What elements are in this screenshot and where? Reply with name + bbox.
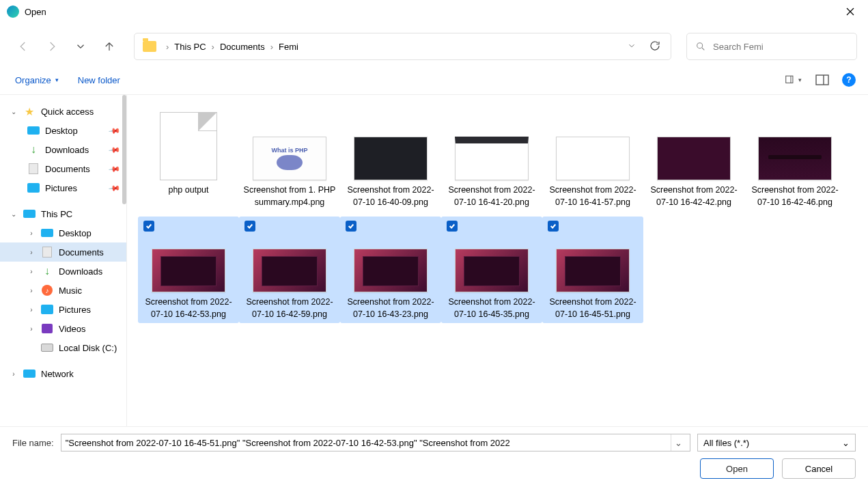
- download-icon: ↓: [41, 265, 53, 277]
- sidebar-item-label: Pictures: [45, 183, 77, 193]
- filename-label: File name:: [12, 438, 54, 448]
- sidebar-pc-downloads[interactable]: › ↓ Downloads: [0, 262, 126, 281]
- file-label: Screenshot from 2022-07-10 16-43-23.png: [343, 296, 438, 320]
- sidebar-item-label: This PC: [41, 209, 72, 219]
- nav-row: › This PC › Documents › Femi: [0, 23, 868, 70]
- sidebar-item-label: Videos: [59, 324, 86, 334]
- search-input[interactable]: [713, 42, 848, 52]
- crumb-thispc[interactable]: This PC: [171, 38, 208, 56]
- file-label: Screenshot from 2022-07-10 16-41-57.png: [545, 184, 641, 208]
- sidebar-pc-documents[interactable]: › Documents: [0, 242, 126, 262]
- file-type-filter[interactable]: All files (*.*) ⌄: [697, 434, 856, 451]
- sidebar-network[interactable]: › Network: [0, 364, 126, 383]
- refresh-button[interactable]: [646, 40, 664, 54]
- checkbox-icon[interactable]: [548, 221, 559, 232]
- close-button[interactable]: [835, 1, 865, 22]
- sidebar-item-label: Downloads: [45, 145, 89, 155]
- sidebar-thispc[interactable]: ⌄ This PC: [0, 204, 126, 223]
- desktop-icon: [27, 126, 40, 135]
- address-bar[interactable]: › This PC › Documents › Femi: [134, 33, 671, 60]
- view-mode-button[interactable]: ▾: [785, 72, 802, 87]
- file-item[interactable]: Screenshot from 2022-07-10 16-41-57.png: [542, 105, 643, 211]
- file-item[interactable]: Screenshot from 2022-07-10 16-40-09.png: [340, 105, 441, 211]
- filename-input[interactable]: ⌄: [61, 434, 690, 451]
- file-grid[interactable]: php output What is PHP Screenshot from 1…: [127, 95, 868, 426]
- sidebar-item-label: Network: [41, 369, 74, 379]
- file-label: Screenshot from 2022-07-10 16-45-51.png: [545, 296, 641, 320]
- sidebar-pictures[interactable]: Pictures 📌: [0, 178, 126, 197]
- sidebar-item-label: Music: [59, 286, 82, 296]
- filter-label: All files (*.*): [703, 438, 749, 448]
- recent-dropdown[interactable]: [68, 34, 93, 59]
- crumb-femi[interactable]: Femi: [276, 38, 301, 56]
- network-icon: [23, 370, 36, 378]
- file-item[interactable]: Screenshot from 2022-07-10 16-45-51.png: [542, 217, 643, 323]
- filename-field[interactable]: [66, 438, 671, 448]
- help-button[interactable]: ?: [842, 73, 856, 87]
- chevron-right-icon: ›: [10, 370, 18, 378]
- sidebar-pc-music[interactable]: › ♪ Music: [0, 281, 126, 300]
- search-box[interactable]: [686, 33, 857, 60]
- new-folder-button[interactable]: New folder: [78, 75, 120, 85]
- file-item[interactable]: Screenshot from 2022-07-10 16-42-42.png: [643, 105, 744, 211]
- chevron-right-icon: ›: [27, 325, 36, 333]
- file-icon: [160, 112, 217, 180]
- image-thumbnail: [354, 137, 428, 180]
- organize-menu[interactable]: Organize▾: [15, 75, 59, 85]
- music-icon: ♪: [42, 285, 53, 296]
- pin-icon: 📌: [108, 163, 121, 176]
- checkbox-icon[interactable]: [346, 221, 356, 232]
- pictures-icon: [41, 305, 53, 314]
- file-item[interactable]: Screenshot from 2022-07-10 16-42-59.png: [239, 217, 340, 323]
- window-title: Open: [25, 7, 46, 17]
- folder-icon: [143, 41, 156, 52]
- sidebar-item-label: Pictures: [59, 305, 91, 315]
- pictures-icon: [27, 183, 40, 193]
- cancel-button[interactable]: Cancel: [782, 458, 856, 479]
- image-thumbnail: What is PHP: [253, 137, 326, 180]
- sidebar-item-label: Documents: [45, 164, 90, 174]
- sidebar-pc-localdisk[interactable]: › Local Disk (C:): [0, 338, 126, 357]
- up-button[interactable]: [97, 34, 122, 59]
- open-button[interactable]: Open: [700, 458, 774, 479]
- file-item[interactable]: Screenshot from 2022-07-10 16-42-53.png: [138, 217, 239, 323]
- back-button[interactable]: [11, 34, 36, 59]
- address-dropdown[interactable]: [617, 41, 646, 53]
- image-thumbnail: [455, 137, 529, 180]
- file-item[interactable]: Screenshot from 2022-07-10 16-45-35.png: [441, 217, 542, 323]
- videos-icon: [42, 324, 53, 333]
- crumb-documents[interactable]: Documents: [217, 38, 268, 56]
- preview-pane-button[interactable]: [813, 72, 831, 87]
- file-label: Screenshot from 2022-07-10 16-41-20.png: [444, 184, 540, 208]
- sidebar-pc-pictures[interactable]: › Pictures: [0, 300, 126, 319]
- svg-rect-1: [786, 76, 793, 83]
- sidebar-item-label: Desktop: [59, 228, 92, 238]
- file-item[interactable]: Screenshot from 2022-07-10 16-41-20.png: [441, 105, 542, 211]
- image-thumbnail: [758, 137, 832, 180]
- sidebar-downloads[interactable]: ↓ Downloads 📌: [0, 140, 126, 159]
- sidebar-pc-desktop[interactable]: › Desktop: [0, 223, 126, 242]
- sidebar-quickaccess[interactable]: ⌄ ★ Quick access: [0, 102, 126, 121]
- image-thumbnail: [455, 249, 529, 292]
- file-item[interactable]: Screenshot from 2022-07-10 16-42-46.png: [744, 105, 845, 211]
- checkbox-icon[interactable]: [143, 221, 154, 232]
- image-thumbnail: [152, 249, 225, 292]
- checkbox-icon[interactable]: [447, 221, 458, 232]
- chevron-down-icon: ⌄: [10, 108, 18, 115]
- file-item[interactable]: Screenshot from 2022-07-10 16-43-23.png: [340, 217, 441, 323]
- sidebar-desktop[interactable]: Desktop 📌: [0, 121, 126, 140]
- sidebar-pc-videos[interactable]: › Videos: [0, 319, 126, 338]
- checkbox-icon[interactable]: [244, 221, 255, 232]
- file-item[interactable]: What is PHP Screenshot from 1. PHP summa…: [239, 105, 340, 211]
- chevron-down-icon: ⌄: [842, 438, 850, 448]
- file-item[interactable]: php output: [138, 105, 239, 211]
- star-icon: ★: [23, 105, 36, 117]
- filename-dropdown[interactable]: ⌄: [671, 434, 686, 451]
- document-icon: [42, 247, 52, 258]
- file-label: Screenshot from 2022-07-10 16-45-35.png: [444, 296, 540, 320]
- forward-button[interactable]: [40, 34, 64, 59]
- chevron-right-icon: ›: [163, 42, 171, 52]
- pc-icon: [23, 210, 36, 218]
- document-icon: [29, 163, 38, 174]
- sidebar-documents[interactable]: Documents 📌: [0, 159, 126, 178]
